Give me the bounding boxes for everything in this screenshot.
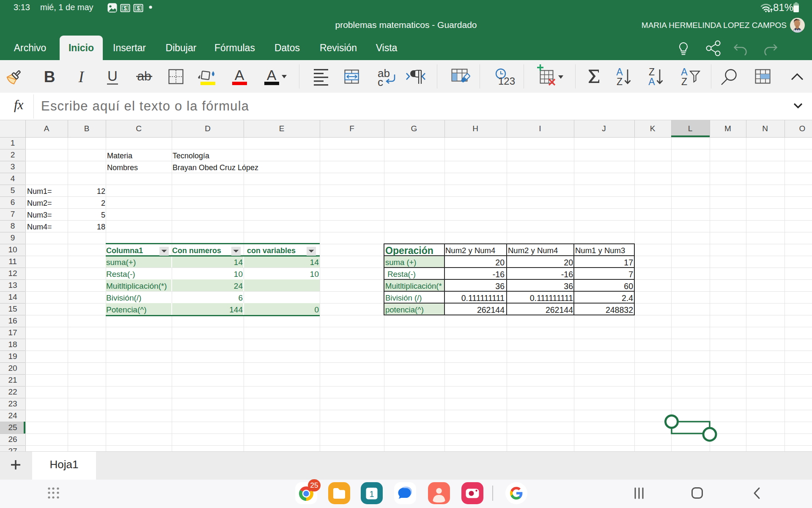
svg-text:Z: Z bbox=[617, 76, 623, 87]
svg-text:A: A bbox=[235, 67, 244, 83]
svg-text:123: 123 bbox=[498, 75, 515, 87]
svg-text:A: A bbox=[267, 67, 277, 83]
svg-text:$: $ bbox=[123, 5, 127, 11]
svg-text:U: U bbox=[107, 68, 118, 84]
svg-text:c: c bbox=[378, 76, 383, 88]
svg-text:$: $ bbox=[137, 5, 140, 11]
svg-text:1: 1 bbox=[369, 489, 374, 499]
svg-text:I: I bbox=[78, 68, 85, 86]
svg-text:B: B bbox=[44, 68, 55, 86]
svg-text:Z: Z bbox=[681, 76, 687, 87]
svg-text:A: A bbox=[648, 76, 655, 87]
